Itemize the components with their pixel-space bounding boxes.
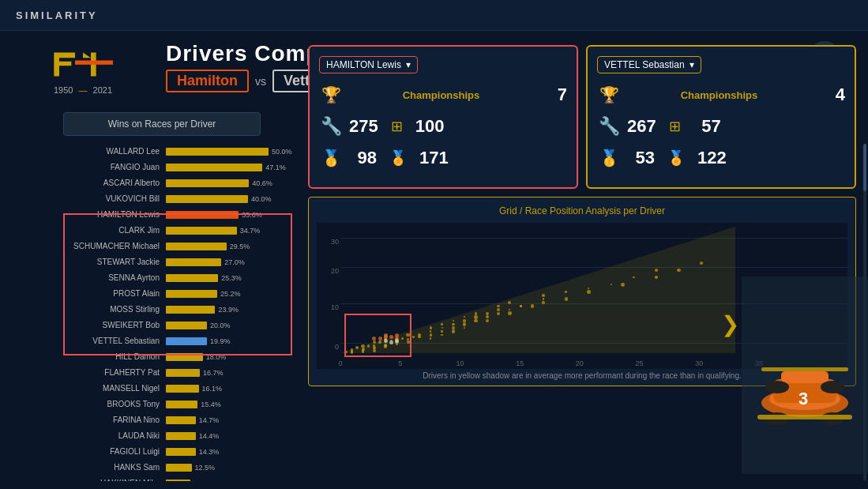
hamilton-dropdown[interactable]: HAMILTON Lewis ▾ — [319, 56, 418, 73]
chart-dot — [430, 326, 432, 329]
chart-dot — [441, 323, 442, 325]
chart-dot — [621, 283, 625, 287]
cup-icon-vettel: 🥇 — [597, 146, 621, 170]
chart-dot — [475, 312, 478, 315]
vs-label: vs — [255, 75, 266, 88]
chart-dot — [508, 311, 512, 315]
trophy-icon-hamilton: 🏆 — [319, 83, 343, 107]
svg-text:3: 3 — [798, 389, 808, 408]
hamilton-dropdown-chevron: ▾ — [406, 59, 411, 70]
vettel-stat3-row: 🥇 53 🏅 122 — [597, 146, 845, 170]
chart-dot — [587, 290, 591, 294]
vettel-stat3-mid: 122 — [697, 148, 727, 168]
chart-dot — [441, 330, 442, 332]
grid-icon-hamilton: ⊞ — [391, 118, 403, 135]
cup-icon-hamilton: 🥇 — [319, 146, 343, 170]
f1-logo-icon — [51, 47, 115, 82]
f1-logo-area: 1950 — 2021 — [0, 33, 166, 108]
chart-dot — [655, 269, 658, 272]
vettel-champ-label: Championships — [627, 89, 811, 101]
chart-dot — [373, 349, 376, 352]
chart-dot — [474, 319, 477, 322]
chart-dot — [418, 333, 421, 337]
chart-dot — [633, 276, 634, 278]
chart-dot — [463, 322, 467, 326]
hamilton-stat3-mid: 171 — [419, 148, 449, 168]
hamilton-championships-row: 🏆 Championships 7 — [319, 83, 567, 107]
hamilton-card: HAMILTON Lewis ▾ 🏆 Championships 7 🔧 275… — [308, 45, 578, 189]
chart-dot — [452, 329, 455, 333]
wins-button[interactable]: Wins on Races per Driver — [63, 112, 261, 136]
chart-dot — [565, 297, 568, 300]
chart-dot — [497, 308, 500, 311]
svg-point-13 — [765, 381, 789, 393]
chart-dot — [486, 319, 489, 322]
chart-dot — [373, 340, 376, 344]
chart-dot — [412, 336, 415, 338]
podium-icon-vettel: 🏅 — [667, 149, 685, 167]
f1-car-illustration: 3 — [742, 276, 868, 474]
svg-rect-16 — [757, 415, 852, 419]
chart-dot — [389, 335, 393, 339]
hamilton-stat2-mid: 100 — [415, 116, 445, 137]
speedometer-icon-hamilton: 🔧 — [319, 115, 343, 138]
hamilton-stat3-value: 98 — [349, 148, 377, 168]
hamilton-card-header: HAMILTON Lewis ▾ — [319, 56, 567, 73]
app-title: SIMILARITY — [16, 9, 98, 21]
chart-dot — [362, 350, 365, 353]
chart-dot — [486, 315, 489, 318]
car-image: 3 — [742, 276, 868, 474]
chart-dot — [497, 312, 500, 315]
vettel-stat3-value: 53 — [627, 148, 655, 168]
chart-dot — [351, 351, 353, 353]
chart-title: Grid / Race Position Analysis per Driver — [317, 205, 847, 216]
vettel-stat2-mid: 57 — [693, 116, 721, 137]
chart-dot — [395, 339, 399, 343]
chart-dot — [351, 348, 353, 351]
hamilton-champ-label: Championships — [349, 89, 533, 101]
f1-years: 1950 — 2021 — [54, 85, 112, 95]
chart-dot — [542, 294, 544, 296]
vettel-dropdown-chevron: ▾ — [690, 59, 694, 70]
hamilton-stat3-row: 🥇 98 🏅 171 — [319, 146, 567, 170]
nav-chevron[interactable]: ❯ — [718, 300, 742, 348]
hamilton-label: Hamilton — [166, 70, 249, 92]
chart-dot — [700, 261, 703, 265]
svg-rect-17 — [761, 367, 848, 371]
svg-point-14 — [821, 381, 844, 393]
chart-dot — [486, 312, 489, 315]
hamilton-stat2-row: 🔧 275 ⊞ 100 — [319, 115, 567, 138]
chart-dot — [677, 269, 681, 273]
chart-dot — [442, 327, 443, 329]
vettel-dropdown[interactable]: VETTEL Sebastian ▾ — [597, 56, 701, 73]
chart-dot — [361, 344, 365, 348]
vettel-card-header: VETTEL Sebastian ▾ — [597, 56, 845, 73]
vettel-card: VETTEL Sebastian ▾ 🏆 Championships 4 🔧 2… — [586, 45, 856, 189]
vettel-championships-row: 🏆 Championships 4 — [597, 83, 845, 107]
chart-dot — [384, 339, 388, 343]
svg-rect-10 — [781, 371, 829, 383]
trophy-icon-vettel: 🏆 — [597, 83, 621, 107]
chart-dot — [389, 340, 393, 344]
chart-dot — [565, 291, 567, 293]
chart-dot — [463, 319, 465, 322]
vettel-stat2-value: 267 — [627, 116, 656, 137]
chart-dot — [430, 333, 433, 337]
hamilton-champ-value: 7 — [539, 85, 567, 105]
chart-dot — [378, 337, 382, 340]
hamilton-dropdown-label: HAMILTON Lewis — [326, 59, 401, 70]
chart-dot — [474, 315, 477, 318]
chart-dot — [453, 320, 454, 322]
chart-dot — [441, 334, 442, 336]
vettel-dropdown-label: VETTEL Sebastian — [604, 59, 685, 70]
chart-dot — [531, 304, 534, 307]
vettel-stat2-row: 🔧 267 ⊞ 57 — [597, 115, 845, 138]
chart-dot — [378, 340, 381, 344]
chart-dot — [452, 323, 455, 326]
chart-dot — [655, 276, 658, 279]
grid-icon-vettel: ⊞ — [669, 118, 681, 135]
vettel-champ-value: 4 — [817, 85, 845, 105]
chart-dot — [497, 305, 499, 307]
podium-icon-hamilton: 🏅 — [389, 149, 407, 167]
svg-rect-4 — [75, 61, 113, 65]
